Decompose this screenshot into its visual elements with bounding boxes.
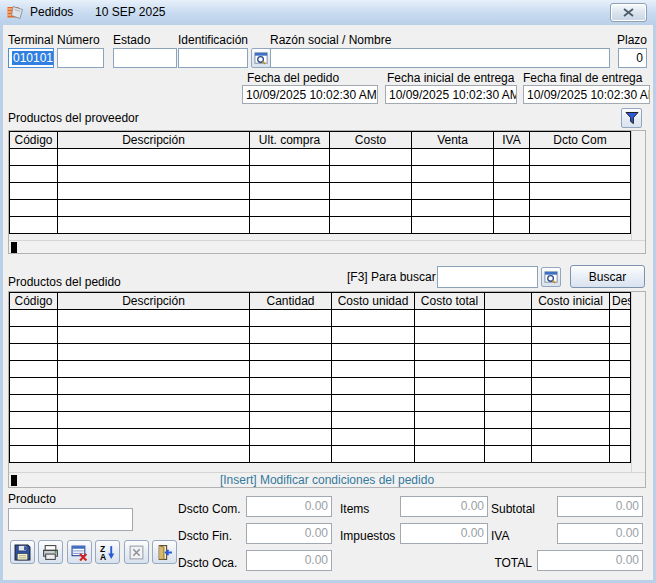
impuestos-input[interactable]: 0.00 xyxy=(400,523,488,544)
table-cell[interactable] xyxy=(250,149,330,166)
table-cell[interactable] xyxy=(10,395,58,412)
table-cell[interactable] xyxy=(485,378,532,395)
table-cell[interactable] xyxy=(332,378,415,395)
table-cell[interactable] xyxy=(412,200,494,217)
table-cell[interactable] xyxy=(250,344,332,361)
table-cell[interactable] xyxy=(58,412,250,429)
dscto-fin-input[interactable]: 0.00 xyxy=(246,523,332,544)
table-row[interactable] xyxy=(10,395,631,412)
identificacion-lookup-button[interactable] xyxy=(251,48,271,68)
table-cell[interactable] xyxy=(415,412,485,429)
table-cell[interactable] xyxy=(494,183,530,200)
table-cell[interactable] xyxy=(250,378,332,395)
fecha-final-input[interactable]: 10/09/2025 10:02:30 AM xyxy=(523,85,650,104)
table-cell[interactable] xyxy=(485,344,532,361)
table-row[interactable] xyxy=(10,429,631,446)
print-button[interactable] xyxy=(38,540,63,564)
estado-input[interactable] xyxy=(113,48,177,68)
table-cell[interactable] xyxy=(494,200,530,217)
buscar-lookup-button[interactable] xyxy=(541,267,561,287)
table-cell[interactable] xyxy=(58,429,250,446)
buscar-input[interactable] xyxy=(437,266,538,288)
table-cell[interactable] xyxy=(10,429,58,446)
table-row[interactable] xyxy=(10,183,631,200)
table-cell[interactable] xyxy=(532,361,610,378)
table-row[interactable] xyxy=(10,217,631,234)
table-cell[interactable] xyxy=(10,183,58,200)
table-cell[interactable] xyxy=(250,412,332,429)
sort-za-button[interactable]: Z A xyxy=(95,540,120,564)
table-cell[interactable] xyxy=(532,378,610,395)
table-cell[interactable] xyxy=(10,412,58,429)
table-cell[interactable] xyxy=(610,395,631,412)
table-cell[interactable] xyxy=(485,429,532,446)
table-cell[interactable] xyxy=(412,183,494,200)
table-cell[interactable] xyxy=(415,378,485,395)
iva-input[interactable]: 0.00 xyxy=(557,523,643,544)
table-cell[interactable] xyxy=(494,149,530,166)
table-cell[interactable] xyxy=(530,217,631,234)
clear-button[interactable] xyxy=(124,540,149,564)
table-cell[interactable] xyxy=(10,217,58,234)
close-button[interactable] xyxy=(610,3,647,22)
table-cell[interactable] xyxy=(250,183,330,200)
table-cell[interactable] xyxy=(330,183,412,200)
subtotal-input[interactable]: 0.00 xyxy=(557,496,643,517)
table-cell[interactable] xyxy=(610,361,631,378)
table-cell[interactable] xyxy=(485,412,532,429)
table-cell[interactable] xyxy=(485,327,532,344)
table-cell[interactable] xyxy=(332,446,415,463)
table-cell[interactable] xyxy=(610,310,631,327)
table-cell[interactable] xyxy=(10,378,58,395)
table-cell[interactable] xyxy=(485,446,532,463)
table-cell[interactable] xyxy=(530,183,631,200)
pedido-vscrollbar[interactable] xyxy=(631,292,645,472)
table-cell[interactable] xyxy=(610,412,631,429)
table-cell[interactable] xyxy=(250,429,332,446)
table-cell[interactable] xyxy=(532,327,610,344)
table-cell[interactable] xyxy=(10,310,58,327)
table-cell[interactable] xyxy=(610,327,631,344)
table-row[interactable] xyxy=(10,166,631,183)
table-row[interactable] xyxy=(10,412,631,429)
proveedor-table-body[interactable] xyxy=(10,149,631,234)
table-cell[interactable] xyxy=(415,429,485,446)
table-cell[interactable] xyxy=(412,166,494,183)
table-cell[interactable] xyxy=(415,446,485,463)
table-cell[interactable] xyxy=(58,217,250,234)
table-cell[interactable] xyxy=(10,361,58,378)
table-row[interactable] xyxy=(10,200,631,217)
table-cell[interactable] xyxy=(58,446,250,463)
table-cell[interactable] xyxy=(530,149,631,166)
table-row[interactable] xyxy=(10,446,631,463)
table-cell[interactable] xyxy=(330,149,412,166)
table-cell[interactable] xyxy=(250,361,332,378)
table-cell[interactable] xyxy=(332,412,415,429)
producto-input[interactable] xyxy=(8,508,133,531)
table-cell[interactable] xyxy=(494,166,530,183)
table-cell[interactable] xyxy=(332,327,415,344)
table-cell[interactable] xyxy=(58,378,250,395)
table-cell[interactable] xyxy=(415,395,485,412)
table-row[interactable] xyxy=(10,149,631,166)
table-cell[interactable] xyxy=(485,395,532,412)
table-cell[interactable] xyxy=(610,378,631,395)
table-cell[interactable] xyxy=(58,310,250,327)
save-button[interactable] xyxy=(10,540,35,564)
table-cell[interactable] xyxy=(415,361,485,378)
pedido-hscrollbar[interactable]: [Insert] Modificar condiciones del pedid… xyxy=(9,472,645,487)
table-cell[interactable] xyxy=(330,200,412,217)
dscto-com-input[interactable]: 0.00 xyxy=(246,496,332,517)
table-cell[interactable] xyxy=(58,344,250,361)
table-cell[interactable] xyxy=(332,395,415,412)
table-cell[interactable] xyxy=(10,149,58,166)
table-cell[interactable] xyxy=(250,217,330,234)
table-cell[interactable] xyxy=(532,395,610,412)
table-cell[interactable] xyxy=(532,446,610,463)
table-cell[interactable] xyxy=(332,344,415,361)
table-cell[interactable] xyxy=(530,166,631,183)
table-cell[interactable] xyxy=(532,310,610,327)
table-cell[interactable] xyxy=(415,344,485,361)
razon-social-input[interactable] xyxy=(270,48,610,68)
terminal-input[interactable]: 010101 xyxy=(8,48,54,68)
